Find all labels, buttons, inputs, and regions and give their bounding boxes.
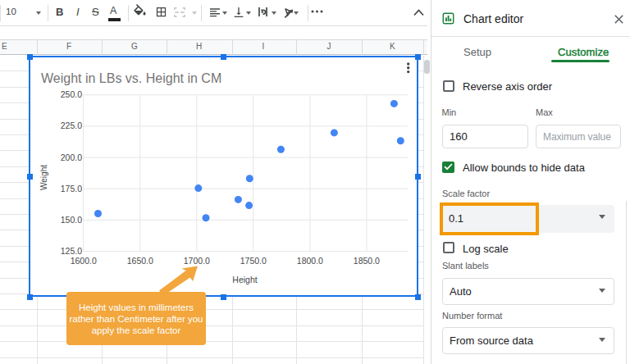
svg-text:Weight in LBs vs. Height in CM: Weight in LBs vs. Height in CM [41, 71, 221, 85]
svg-text:250.0: 250.0 [61, 89, 82, 99]
svg-text:1800.0: 1800.0 [297, 256, 323, 266]
svg-text:225.0: 225.0 [61, 121, 82, 130]
svg-text:Height: Height [232, 275, 257, 284]
svg-text:200.0: 200.0 [61, 152, 82, 162]
svg-text:Weight: Weight [39, 165, 48, 190]
svg-text:175.0: 175.0 [61, 184, 82, 193]
svg-text:125.0: 125.0 [61, 246, 82, 256]
svg-text:150.0: 150.0 [61, 215, 82, 225]
svg-text:1850.0: 1850.0 [354, 256, 380, 266]
svg-text:1750.0: 1750.0 [240, 256, 267, 266]
svg-text:1600.0: 1600.0 [71, 256, 97, 266]
